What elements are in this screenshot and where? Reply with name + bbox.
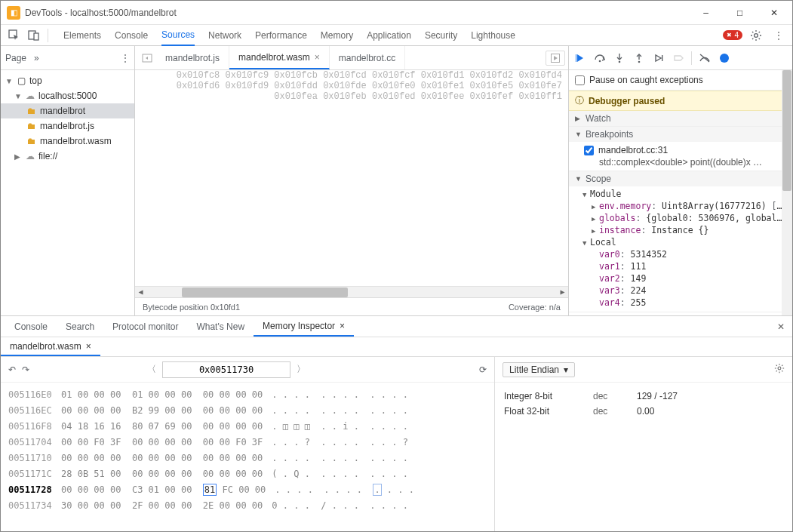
scope-globals[interactable]: ▶globals: {global0: 5306976, global1: 65… <box>569 212 792 224</box>
vertical-scrollbar[interactable] <box>782 70 792 315</box>
step-into-button[interactable] <box>611 50 628 66</box>
endian-select[interactable]: Little Endian▾ <box>503 362 575 377</box>
deactivate-breakpoints-button[interactable] <box>670 50 687 66</box>
navigator-menu-icon[interactable]: ⋮ <box>121 53 130 63</box>
scope-module[interactable]: ▼Module <box>569 188 792 200</box>
scope-var-var4[interactable]: var4: 255 <box>569 297 792 309</box>
main-tab-network[interactable]: Network <box>208 25 241 45</box>
main-tab-performance[interactable]: Performance <box>255 25 307 45</box>
scope-instance[interactable]: ▶instance: Instance {} <box>569 224 792 236</box>
scope-local[interactable]: ▼Local <box>569 236 792 248</box>
window-close-button[interactable]: ✕ <box>757 2 791 24</box>
tree-host[interactable]: ▼☁localhost:5000 <box>1 88 134 103</box>
step-out-button[interactable] <box>631 50 647 66</box>
close-icon[interactable]: × <box>340 321 345 331</box>
chevron-down-icon: ▾ <box>564 364 568 375</box>
devtools-app-icon: ◧ <box>7 6 20 20</box>
addr-prev-icon[interactable]: 〈 <box>147 363 156 376</box>
value-row: Float 32-bitdec0.00 <box>504 404 783 419</box>
horizontal-scrollbar[interactable]: ◀ ▶ <box>135 286 568 297</box>
breakpoints-section-header[interactable]: ▼Breakpoints <box>569 127 792 142</box>
address-input[interactable] <box>162 361 290 378</box>
debugger-sidebar: Pause on caught exceptions ⓘDebugger pau… <box>569 46 792 315</box>
tree-file-mandelbrot-js[interactable]: 🖿mandelbrot.js <box>1 118 134 134</box>
value-row: Integer 8-bitdec129 / -127 <box>504 389 783 404</box>
main-tab-security[interactable]: Security <box>425 25 457 45</box>
scope-var-var1[interactable]: var1: 111 <box>569 260 792 272</box>
redo-icon[interactable]: ↷ <box>22 364 29 375</box>
window-title: DevTools - localhost:5000/mandelbrot <box>25 8 689 18</box>
hex-grid[interactable]: 005116E001 00 00 00 01 00 00 00 00 00 00… <box>1 383 494 531</box>
breakpoint-checkbox[interactable] <box>584 146 594 155</box>
file-tab-mandelbrot-cc[interactable]: mandelbrot.cc <box>330 46 405 69</box>
svg-point-8 <box>619 60 621 63</box>
scope-var-var2[interactable]: var2: 149 <box>569 272 792 284</box>
drawer-tab-console[interactable]: Console <box>5 316 57 337</box>
tree-file-mandelbrot[interactable]: 🖿mandelbrot <box>1 103 134 118</box>
main-tab-memory[interactable]: Memory <box>321 25 353 45</box>
refresh-icon[interactable]: ⟳ <box>479 364 487 375</box>
device-toggle-icon[interactable] <box>25 26 43 45</box>
file-tab-mandelbrot-wasm[interactable]: mandelbrot.wasm× <box>229 46 330 69</box>
scope-section-header[interactable]: ▼Scope <box>569 171 792 186</box>
scope-env-memory[interactable]: ▶env.memory: Uint8Array(16777216) [101, … <box>569 200 792 212</box>
svg-point-3 <box>755 33 758 37</box>
navigator-tab-page[interactable]: Page <box>5 53 26 63</box>
horizontal-scroll-thumb[interactable] <box>182 288 348 297</box>
window-minimize-button[interactable]: – <box>689 2 723 24</box>
main-tab-elements[interactable]: Elements <box>63 25 101 45</box>
tree-file-scheme[interactable]: ▶☁file:// <box>1 149 134 164</box>
main-tab-lighthouse[interactable]: Lighthouse <box>471 25 515 45</box>
tree-file-mandelbrot-wasm[interactable]: 🖿mandelbrot.wasm <box>1 134 134 149</box>
script-blackbox-icon[interactable] <box>696 50 713 66</box>
step-button[interactable] <box>650 50 667 66</box>
drawer-tab-search[interactable]: Search <box>57 316 103 337</box>
svg-point-9 <box>638 60 641 63</box>
coverage-label: Coverage: n/a <box>509 303 561 312</box>
value-panel: Little Endian▾ Integer 8-bitdec129 / -12… <box>495 357 792 531</box>
drawer: ConsoleSearchProtocol monitorWhat's NewM… <box>1 315 792 531</box>
addr-next-icon[interactable]: 〉 <box>297 363 306 376</box>
drawer-tab-protocol-monitor[interactable]: Protocol monitor <box>103 316 187 337</box>
window-titlebar: ◧ DevTools - localhost:5000/mandelbrot –… <box>1 1 792 25</box>
main-tab-application[interactable]: Application <box>367 25 411 45</box>
error-count-badge[interactable]: 4 <box>723 30 742 40</box>
inspect-element-icon[interactable] <box>5 26 23 45</box>
value-settings-gear-icon[interactable] <box>774 363 785 376</box>
svg-point-7 <box>599 60 601 62</box>
svg-point-11 <box>778 367 781 370</box>
drawer-close-icon[interactable]: ✕ <box>770 316 792 337</box>
debugger-paused-banner: ⓘDebugger paused <box>569 91 792 111</box>
memory-subtab[interactable]: mandelbrot.wasm× <box>1 337 100 356</box>
drawer-tab-what-s-new[interactable]: What's New <box>187 316 254 337</box>
scope-var-var0[interactable]: var0: 5314352 <box>569 248 792 260</box>
close-tab-icon[interactable]: × <box>315 52 320 63</box>
resume-button[interactable] <box>572 50 589 66</box>
navigator-more-tabs-icon[interactable]: » <box>26 53 39 63</box>
devtools-tabstrip: ElementsConsoleSourcesNetworkPerformance… <box>1 25 792 46</box>
step-over-button[interactable] <box>592 50 608 66</box>
source-code-area[interactable]: 0x010fc8 0x010fc9 0x010fcb 0x010fcd 0x01… <box>135 70 568 297</box>
divider <box>48 29 48 42</box>
main-tab-sources[interactable]: Sources <box>161 26 195 46</box>
settings-gear-icon[interactable] <box>747 26 765 45</box>
close-icon[interactable]: × <box>86 341 91 352</box>
breakpoint-item[interactable]: mandelbrot.cc:31 <box>569 143 792 157</box>
window-maximize-button[interactable]: □ <box>723 2 757 24</box>
scope-var-var3[interactable]: var3: 224 <box>569 284 792 297</box>
tree-top-frame[interactable]: ▼▢top <box>1 73 134 88</box>
info-icon: ⓘ <box>575 94 584 107</box>
drawer-tab-memory-inspector[interactable]: Memory Inspector× <box>254 316 354 337</box>
vertical-scroll-thumb[interactable] <box>782 70 791 191</box>
file-tab-mandelbrot-js[interactable]: mandelbrot.js <box>156 46 229 69</box>
watch-section-header[interactable]: ▶Watch <box>569 111 792 126</box>
svg-rect-2 <box>34 33 38 40</box>
run-snippet-icon[interactable] <box>546 51 565 66</box>
tab-history-back-icon[interactable] <box>138 46 156 69</box>
more-menu-icon[interactable]: ⋮ <box>770 26 788 45</box>
pause-toggle-icon[interactable] <box>716 50 733 66</box>
pause-on-caught-checkbox[interactable] <box>575 75 585 85</box>
main-tab-console[interactable]: Console <box>115 25 148 45</box>
hex-panel: ↶ ↷ 〈 〉 ⟳ 005116E001 00 00 00 01 00 00 0… <box>1 357 495 531</box>
undo-icon[interactable]: ↶ <box>8 364 16 375</box>
